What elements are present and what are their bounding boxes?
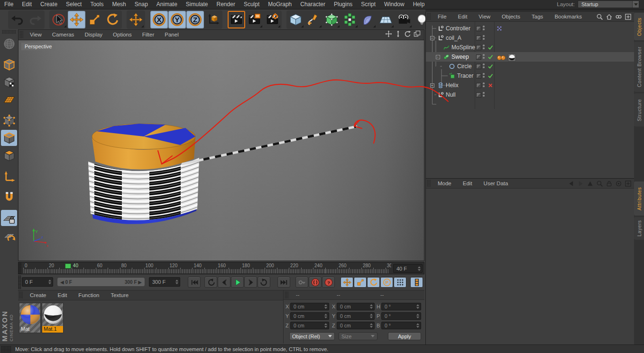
material-menu-edit[interactable]: Edit [52,291,73,300]
menu-file[interactable]: File [0,0,18,9]
current-frame-field[interactable]: 40 F [393,264,423,273]
coord-field-size-x[interactable]: 0 cm [337,303,375,310]
tree-row-controller[interactable]: Controller [426,24,635,33]
workplane-rotate-button[interactable] [1,227,17,244]
coord-spinner[interactable] [416,314,419,318]
coord-spinner[interactable] [324,314,327,318]
coord-field-size-z[interactable]: 0 cm [337,322,375,329]
menu-tools[interactable]: Tools [86,0,108,9]
material-menu-function[interactable]: Function [73,291,105,300]
coord-field-rotation-b[interactable]: 0 ° [381,322,421,329]
viewport-canvas[interactable]: Perspective [18,40,424,261]
viewport-menu-display[interactable]: Display [79,30,108,39]
back-icon-button[interactable] [568,180,575,187]
zoom-icon-button[interactable] [395,30,402,39]
tab-layers[interactable]: Layers [634,217,644,240]
material-mat-1[interactable]: Mat.1 [42,303,64,333]
expander-minus-icon[interactable]: − [430,36,434,40]
scale-button[interactable] [86,11,103,28]
redo-button[interactable] [27,11,44,28]
coord-spinner[interactable] [324,304,327,309]
render-view-button[interactable] [228,11,245,28]
kf-parameter-button[interactable]: P [380,277,393,288]
enabled-check-icon[interactable] [487,63,494,70]
autokey-button[interactable] [309,277,322,288]
render-settings-button[interactable] [264,11,281,28]
globe-button[interactable] [1,36,17,52]
coord-field-position-z[interactable]: 0 cm [290,322,329,329]
play-button[interactable] [231,277,244,288]
filmstrip-button[interactable] [410,277,423,288]
next-frame-button[interactable] [244,277,257,288]
lock-icon-button[interactable] [606,180,613,187]
link-icon-button[interactable] [615,13,622,20]
tree-row-helix[interactable]: +Helix [426,81,635,90]
menu-mesh[interactable]: Mesh [108,0,130,9]
goto-end-button[interactable] [277,277,290,288]
menu-plugins[interactable]: Plugins [330,0,357,9]
add-panel-icon-button[interactable] [625,13,632,20]
add-panel-icon-button[interactable] [625,180,632,187]
visibility-dots[interactable] [483,26,485,31]
mode-toolbar-grip[interactable] [2,30,16,34]
coord-spinner[interactable] [324,323,327,328]
kf-rotate-button[interactable] [367,277,380,288]
layer-color-box[interactable] [476,92,481,98]
kf-move-button[interactable] [340,277,353,288]
material-grip[interactable] [19,291,23,299]
add-cube-button[interactable] [287,11,304,28]
tree-row-sweep[interactable]: −Sweep [426,52,635,62]
workplane-lock-button[interactable] [1,210,17,226]
undo-button[interactable] [9,11,26,28]
point-mode-button[interactable] [1,112,17,128]
visibility-dots[interactable] [483,92,485,98]
om-menu-bookmarks[interactable]: Bookmarks [549,12,588,21]
material-mat[interactable]: Mat [19,303,41,333]
tree-row-mospline[interactable]: MoSpline [426,43,635,52]
move-button[interactable] [68,11,85,28]
floor-button[interactable] [377,11,395,28]
expression-tag[interactable] [496,25,503,32]
menu-snap[interactable]: Snap [130,0,152,9]
tree-row-circle[interactable]: Circle [426,62,635,71]
om-menu-view[interactable]: View [473,12,496,21]
snap-button[interactable] [1,189,17,205]
texture-tag[interactable] [508,54,516,62]
tab-objects[interactable]: Objects [634,13,644,40]
viewport-menu-cameras[interactable]: Cameras [47,30,80,39]
timeline-ruler[interactable]: 0204060801001201401601802002202402602803… [22,262,391,274]
layer-color-box[interactable] [476,45,481,50]
viewport-menu-panel[interactable]: Panel [159,30,184,39]
visibility-dots[interactable] [483,82,485,88]
rotate-button[interactable] [104,11,121,28]
target-icon-button[interactable] [615,180,622,187]
edge-mode-button[interactable] [1,130,17,146]
am-menu-edit[interactable]: Edit [457,179,478,188]
range-start-spinner[interactable] [48,280,51,284]
om-menu-objects[interactable]: Objects [496,12,526,21]
make-editable-button[interactable] [1,56,17,72]
visibility-dots[interactable] [483,35,485,41]
kf-pla-button[interactable] [394,277,406,288]
coords-grip[interactable] [285,291,288,299]
goto-start-button[interactable] [188,277,201,288]
enabled-check-icon[interactable] [487,44,494,51]
om-menu-edit[interactable]: Edit [452,12,473,21]
polygon-mode-button[interactable] [1,147,17,163]
pan-icon-button[interactable] [385,30,392,39]
loop-forward-button[interactable] [258,277,270,288]
disabled-cross-icon[interactable] [487,82,494,89]
viewport-menu-filter[interactable]: Filter [137,30,160,39]
enabled-check-icon[interactable] [487,72,494,79]
menu-character[interactable]: Character [296,0,330,9]
cloner-button[interactable] [341,11,359,28]
viewport-view-label[interactable]: Perspective [21,43,55,50]
layer-color-box[interactable] [476,64,481,69]
menu-edit[interactable]: Edit [18,0,36,9]
enabled-check-icon[interactable] [487,54,494,60]
question-button[interactable]: ? [322,277,335,288]
search-icon-button[interactable] [596,13,603,20]
move-button[interactable] [127,11,145,28]
material-menu-create[interactable]: Create [24,291,52,300]
menu-simulate[interactable]: Simulate [182,0,212,9]
